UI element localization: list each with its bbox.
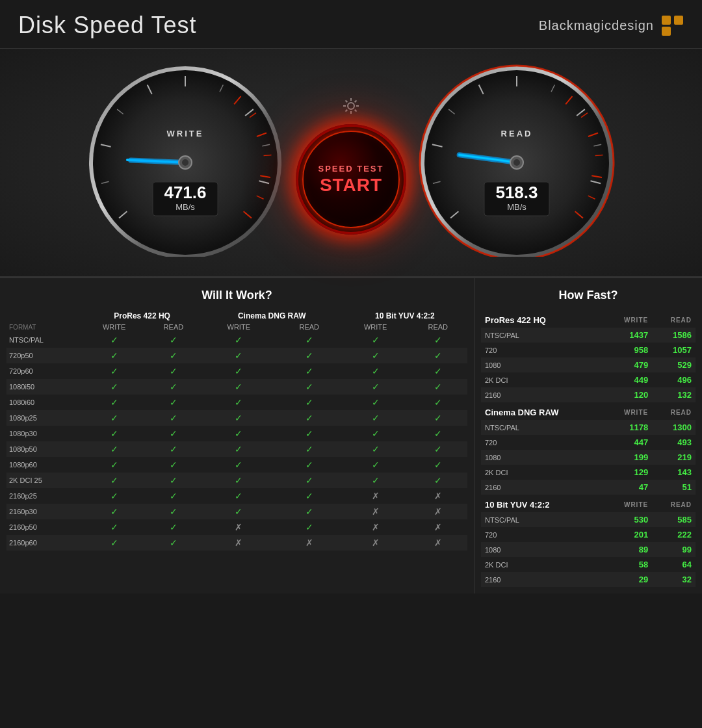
table-row: 2160p50✓✓✗✓✗✗ (6, 519, 467, 535)
check-icon: ✓ (170, 460, 177, 470)
write-value: 479 (604, 358, 652, 372)
check-icon: ✓ (372, 350, 380, 361)
how-fast-table: ProRes 422 HQWRITEREADNTSC/PAL1437158672… (481, 310, 696, 587)
check-icon: ✓ (110, 522, 118, 532)
check-icon: ✓ (235, 366, 242, 376)
table-row: 7209581057 (481, 343, 696, 358)
check-icon: ✓ (110, 506, 118, 517)
cross-icon: ✗ (235, 538, 242, 548)
table-row: 2K DCI 25✓✓✓✓✓✓ (6, 473, 467, 488)
check-icon: ✓ (235, 475, 242, 486)
row-label: 1080 (481, 542, 604, 557)
table-row: 1080i60✓✓✓✓✓✓ (6, 395, 467, 410)
check-icon: ✓ (170, 413, 177, 423)
gear-icon[interactable] (342, 97, 360, 118)
check-cell: ✓ (343, 410, 409, 426)
check-cell: ✓ (343, 332, 409, 348)
write-value: 201 (604, 527, 652, 542)
check-cell: ✓ (202, 457, 276, 473)
read-label: READ (501, 129, 533, 138)
check-icon: ✓ (306, 428, 313, 439)
check-cell: ✓ (83, 395, 146, 410)
gauges-section: WRITE 471.6 MB/s (0, 48, 702, 277)
row-label: 720 (481, 527, 604, 542)
table-row: 720p50✓✓✓✓✓✓ (6, 348, 467, 363)
row-label: 2160 (481, 387, 604, 402)
write-value: 58 (604, 557, 652, 572)
check-icon: ✓ (306, 382, 313, 392)
table-row: 2160120132 (481, 387, 696, 402)
codec-row: 10 Bit YUV 4:2:2WRITEREAD (481, 495, 696, 512)
check-cell: ✓ (83, 457, 146, 473)
check-cell: ✓ (409, 426, 467, 441)
svg-line-14 (264, 155, 272, 155)
check-cell: ✓ (83, 504, 146, 519)
check-icon: ✓ (372, 366, 380, 376)
table-row: NTSC/PAL✓✓✓✓✓✓ (6, 332, 467, 348)
brand-icon (662, 16, 684, 36)
check-icon: ✓ (170, 397, 177, 408)
svg-line-23 (346, 101, 348, 103)
check-cell: ✓ (276, 363, 343, 379)
check-icon: ✓ (372, 413, 380, 423)
write-value: 958 (604, 343, 652, 358)
check-cell: ✓ (83, 441, 146, 457)
check-icon: ✓ (235, 335, 242, 345)
check-cell: ✓ (146, 519, 202, 535)
check-cell: ✗ (202, 519, 276, 535)
check-cell: ✓ (202, 473, 276, 488)
check-cell: ✓ (146, 395, 202, 410)
check-cell: ✓ (409, 457, 467, 473)
check-icon: ✓ (170, 538, 177, 548)
check-cell: ✓ (146, 441, 202, 457)
table-row: 2K DCI449496 (481, 372, 696, 387)
start-button-wrap: SPEED TEST START (296, 97, 406, 235)
check-cell: ✓ (146, 332, 202, 348)
how-fast-panel: How Fast? ProRes 422 HQWRITEREADNTSC/PAL… (474, 278, 702, 593)
check-icon: ✓ (306, 491, 313, 501)
check-icon: ✓ (372, 444, 380, 454)
read-value: 219 (652, 450, 696, 465)
format-cell: 1080p25 (6, 410, 83, 426)
table-row: 21602932 (481, 572, 696, 587)
read-value: 585 (652, 512, 696, 527)
check-icon: ✓ (170, 506, 177, 517)
table-row: 1080i50✓✓✓✓✓✓ (6, 379, 467, 395)
table-row: 1080p30✓✓✓✓✓✓ (6, 426, 467, 441)
check-cell: ✓ (146, 410, 202, 426)
check-icon: ✓ (170, 335, 177, 345)
c3-read-header: READ (409, 322, 467, 332)
check-cell: ✓ (83, 410, 146, 426)
check-cell: ✓ (276, 504, 343, 519)
write-gauge-svg: WRITE 471.6 MB/s (81, 62, 289, 257)
read-value-text: 518.3 (495, 183, 538, 202)
check-cell: ✗ (409, 504, 467, 519)
check-icon: ✓ (434, 460, 442, 470)
check-icon: ✓ (434, 428, 442, 439)
read-value: 1300 (652, 420, 696, 435)
format-cell: 720p60 (6, 363, 83, 379)
codec-label: ProRes 422 HQ (481, 310, 604, 328)
read-value: 143 (652, 465, 696, 480)
check-icon: ✓ (235, 491, 242, 501)
brand-icon-sq-tr (674, 16, 683, 25)
check-icon: ✓ (434, 397, 442, 408)
speed-test-button[interactable]: SPEED TEST START (296, 124, 406, 235)
check-cell: ✓ (409, 379, 467, 395)
check-cell: ✓ (146, 348, 202, 363)
row-label: NTSC/PAL (481, 328, 604, 343)
brand-icon-sq-br (674, 27, 683, 36)
check-icon: ✓ (235, 428, 242, 439)
check-icon: ✓ (170, 428, 177, 439)
check-icon: ✓ (306, 475, 313, 486)
c1-read-header: READ (146, 322, 202, 332)
format-cell: 720p50 (6, 348, 83, 363)
cross-icon: ✗ (372, 491, 380, 501)
check-icon: ✓ (110, 475, 118, 486)
check-cell: ✗ (409, 488, 467, 504)
write-value: 199 (604, 450, 652, 465)
read-value: 99 (652, 542, 696, 557)
check-cell: ✓ (276, 348, 343, 363)
check-cell: ✗ (343, 519, 409, 535)
format-cell: 2160p30 (6, 504, 83, 519)
